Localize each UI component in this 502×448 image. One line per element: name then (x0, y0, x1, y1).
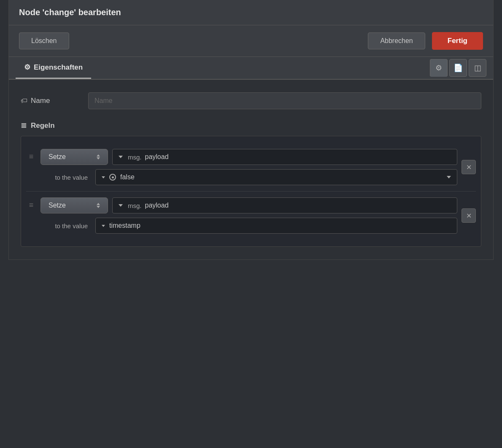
tag-icon: 🏷 (21, 97, 27, 105)
settings-icon: ⚙ (435, 63, 442, 73)
tab-icon-doc[interactable]: 📄 (449, 59, 467, 77)
value-type-arrow-icon (102, 176, 105, 178)
tab-bar: ⚙ Eigenschaften ⚙ 📄 ◫ (9, 57, 493, 80)
rule-content-2: Setze msg. payload t (40, 197, 457, 234)
name-input[interactable] (88, 92, 481, 109)
delete-button[interactable]: Löschen (19, 32, 69, 49)
value-select-1[interactable]: false (95, 169, 457, 185)
msg-dropdown-arrow-icon (119, 156, 123, 158)
rule-content-1: Setze msg. payload t (40, 149, 457, 185)
action-dropdown-1[interactable]: Setze (40, 149, 108, 165)
setze-arrow-icon (97, 154, 100, 159)
target-select-1[interactable]: msg. payload (112, 149, 457, 165)
rule-row2-1: to the value false (40, 169, 457, 185)
to-value-label-1: to the value (40, 174, 91, 181)
content-area: 🏷 Name ≣ Regeln ≡ Setze (9, 80, 493, 259)
timestamp-type-arrow-icon (102, 225, 105, 227)
table-row: ≡ Setze msg. payload (26, 192, 476, 240)
drag-handle-1[interactable]: ≡ (26, 149, 36, 161)
title-bar: Node 'change' bearbeiten (9, 0, 493, 25)
drag-handle-2[interactable]: ≡ (26, 197, 36, 210)
to-value-label-2: to the value (40, 222, 91, 229)
value-end-arrow-icon (447, 176, 451, 178)
rule-row2-2: to the value timestamp (40, 218, 457, 234)
tab-icon-layout[interactable]: ◫ (469, 59, 486, 77)
table-row: ≡ Setze msg. payload (26, 143, 476, 192)
list-icon: ≣ (21, 121, 27, 130)
regeln-header: ≣ Regeln (21, 121, 481, 130)
done-button[interactable]: Fertig (432, 32, 483, 50)
target-select-2[interactable]: msg. payload (112, 197, 457, 213)
rules-container: ≡ Setze msg. payload (21, 136, 481, 247)
tab-properties[interactable]: ⚙ Eigenschaften (16, 57, 91, 79)
delete-rule-2-button[interactable]: ✕ (462, 208, 476, 223)
name-label: 🏷 Name (21, 97, 88, 105)
tab-icon-gear[interactable]: ⚙ (430, 59, 448, 77)
document-icon: 📄 (453, 63, 463, 73)
action-dropdown-2[interactable]: Setze (40, 197, 108, 213)
tab-icons: ⚙ 📄 ◫ (430, 59, 486, 77)
rule-row1-2: Setze msg. payload (40, 197, 457, 213)
name-field-row: 🏷 Name (21, 92, 481, 109)
msg-dropdown-arrow-icon-2 (119, 204, 123, 207)
cancel-button[interactable]: Abbrechen (368, 32, 425, 49)
bool-icon (109, 174, 116, 181)
tab-properties-label: Eigenschaften (34, 63, 83, 72)
layout-icon: ◫ (474, 63, 481, 73)
setze-arrow-icon-2 (97, 203, 100, 208)
value-select-2[interactable]: timestamp (95, 218, 457, 234)
button-row: Löschen Abbrechen Fertig (9, 25, 493, 57)
gear-icon: ⚙ (24, 63, 30, 72)
page-title: Node 'change' bearbeiten (19, 8, 483, 17)
rule-row1-1: Setze msg. payload (40, 149, 457, 165)
delete-rule-1-button[interactable]: ✕ (462, 160, 476, 174)
main-panel: Node 'change' bearbeiten Löschen Abbrech… (8, 0, 494, 260)
